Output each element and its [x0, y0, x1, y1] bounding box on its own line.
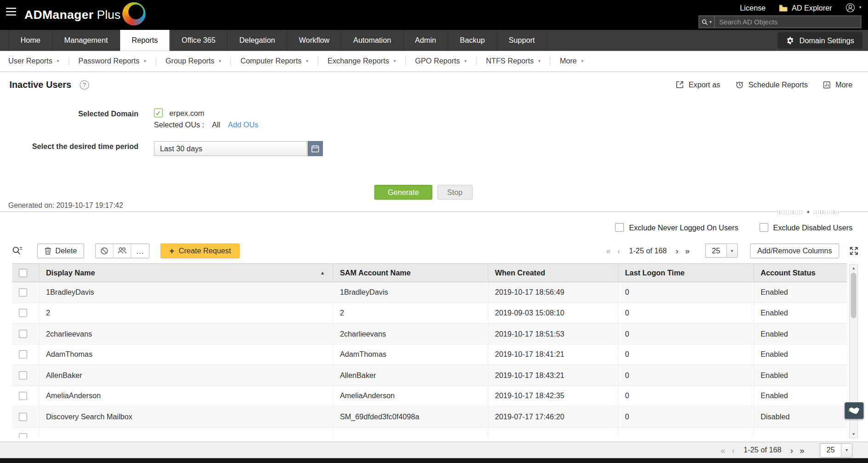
subnav-more[interactable]: More▾	[560, 57, 583, 65]
copy-users-button[interactable]	[114, 244, 132, 257]
subnav-computer-reports[interactable]: Computer Reports▾	[241, 57, 308, 65]
expand-table-button[interactable]	[849, 246, 858, 255]
column-header-when-created[interactable]: When Created	[488, 264, 618, 282]
subnav-user-reports[interactable]: User Reports▾	[8, 57, 59, 65]
tab-reports[interactable]: Reports	[120, 30, 170, 51]
chevron-down-icon: ▾	[859, 6, 862, 10]
stop-button[interactable]: Stop	[437, 185, 472, 200]
footer-last-page-button[interactable]: »	[796, 446, 807, 454]
footer-first-page-button[interactable]: «	[718, 446, 729, 454]
exclude-disabled-filter[interactable]: Exclude Disabled Users	[759, 223, 853, 232]
reports-subnav: User Reports▾ Password Reports▾ Group Re…	[0, 51, 868, 72]
domain-settings-button[interactable]: Domain Settings	[778, 32, 862, 49]
first-page-button[interactable]: «	[603, 246, 614, 255]
exclude-disabled-checkbox[interactable]	[759, 223, 768, 232]
delete-button[interactable]: Delete	[37, 243, 84, 258]
tab-delegation[interactable]: Delegation	[228, 30, 287, 51]
select-all-checkbox[interactable]	[19, 269, 27, 277]
chevron-down-icon: ▾	[726, 244, 737, 257]
create-request-button[interactable]: + Create Request	[161, 243, 240, 258]
footer-next-page-button[interactable]: ›	[787, 446, 796, 454]
cell-when-created: 2019-07-17 17:46:20	[488, 407, 618, 427]
cell-sam-account-name: 2charlieevans	[333, 324, 488, 344]
logo-swirl-icon	[122, 2, 146, 26]
cell-sam-account-name: AllenBaker	[333, 365, 488, 385]
row-checkbox[interactable]	[19, 371, 27, 379]
search-input[interactable]	[714, 16, 861, 29]
add-ous-link[interactable]: Add OUs	[228, 120, 259, 129]
row-checkbox[interactable]	[19, 392, 27, 400]
calendar-button[interactable]	[308, 141, 322, 156]
prev-page-button[interactable]: ‹	[614, 246, 623, 255]
collapse-panel-handle[interactable]: ▲	[777, 209, 839, 215]
chevron-down-icon: ▾	[841, 444, 852, 457]
tab-office-365[interactable]: Office 365	[170, 30, 228, 51]
exclude-never-logged-on-checkbox[interactable]	[615, 223, 624, 232]
cell-display-name: 2	[39, 303, 333, 323]
page-size-select[interactable]: 25 ▾	[705, 244, 738, 258]
row-checkbox[interactable]	[19, 309, 27, 317]
row-checkbox[interactable]	[19, 434, 27, 439]
cell-sam-account-name: SM_69dfded3fc0f4098a	[333, 407, 488, 427]
row-select-cell	[12, 365, 39, 385]
column-header-account-status[interactable]: Account Status	[753, 264, 847, 282]
scroll-down-icon[interactable]: ▼	[852, 430, 856, 438]
subnav-group-reports[interactable]: Group Reports▾	[166, 57, 221, 65]
column-header-display-name[interactable]: Display Name ▲	[39, 264, 333, 282]
cell-sam-account-name: 2	[333, 303, 488, 323]
time-period-select[interactable]: Last 30 days	[154, 141, 307, 156]
scroll-thumb[interactable]	[851, 273, 857, 318]
results-toolbar: Delete … + Create Request « ‹ 1-25 of 16…	[0, 243, 868, 258]
cell-account-status	[753, 428, 847, 438]
subnav-gpo-reports[interactable]: GPO Reports▾	[415, 57, 466, 65]
subnav-exchange-reports[interactable]: Exchange Reports▾	[328, 57, 396, 65]
ellipsis-icon: …	[136, 246, 144, 255]
row-checkbox[interactable]	[19, 350, 27, 359]
exclude-never-logged-on-filter[interactable]: Exclude Never Logged On Users	[615, 223, 738, 232]
hamburger-menu-icon[interactable]	[6, 11, 16, 12]
tab-support[interactable]: Support	[497, 30, 547, 51]
tab-automation[interactable]: Automation	[342, 30, 403, 51]
column-header-sam-account-name[interactable]: SAM Account Name	[333, 264, 488, 282]
tab-backup[interactable]: Backup	[448, 30, 497, 51]
domain-checkbox[interactable]: ✓	[154, 109, 163, 117]
next-page-button[interactable]: ›	[673, 246, 682, 255]
select-all-cell	[12, 264, 39, 282]
help-icon[interactable]: ?	[80, 80, 89, 89]
search-scope-button[interactable]: ▾	[699, 16, 714, 29]
cell-account-status: Enabled	[753, 324, 847, 344]
tab-management[interactable]: Management	[52, 30, 120, 51]
scroll-up-icon[interactable]: ▲	[852, 264, 856, 272]
tab-admin[interactable]: Admin	[403, 30, 448, 51]
table-body: 1BradleyDavis 1BradleyDavis 2019-10-17 1…	[12, 282, 847, 438]
more-actions-button[interactable]: More	[823, 80, 853, 89]
footer-prev-page-button[interactable]: ‹	[729, 446, 738, 454]
subnav-password-reports[interactable]: Password Reports▾	[78, 57, 146, 65]
tab-workflow[interactable]: Workflow	[287, 30, 342, 51]
export-as-button[interactable]: Export as	[675, 80, 720, 89]
subnav-ntfs-reports[interactable]: NTFS Reports▾	[486, 57, 540, 65]
last-page-button[interactable]: »	[682, 246, 693, 255]
add-remove-columns-button[interactable]: Add/Remove Columns	[750, 243, 839, 258]
row-checkbox[interactable]	[19, 330, 27, 338]
selected-domain-row: Selected Domain ✓ erpex.com Selected OUs…	[0, 109, 868, 129]
schedule-clock-icon	[735, 80, 744, 89]
support-chat-button[interactable]	[845, 402, 863, 419]
chevron-down-icon: ▾	[144, 59, 146, 64]
user-account-button[interactable]: ▾	[845, 3, 862, 13]
row-checkbox[interactable]	[19, 412, 27, 421]
tab-home[interactable]: Home	[8, 30, 52, 51]
ad-explorer-link[interactable]: AD Explorer	[779, 4, 832, 12]
more-bulk-actions-button[interactable]: …	[131, 244, 149, 257]
column-header-last-logon-time[interactable]: Last Logon Time	[618, 264, 753, 282]
row-checkbox[interactable]	[19, 288, 27, 297]
footer-page-size-select[interactable]: 25 ▾	[820, 443, 852, 457]
search-results-icon[interactable]	[11, 246, 23, 256]
license-link[interactable]: License	[740, 4, 766, 12]
generate-button[interactable]: Generate	[374, 185, 432, 200]
hatch-decoration	[777, 210, 803, 214]
footer-pagination: « ‹ 1-25 of 168 › » 25 ▾	[0, 441, 868, 458]
cell-account-status: Enabled	[753, 344, 847, 365]
schedule-reports-button[interactable]: Schedule Reports	[735, 80, 808, 89]
disable-users-button[interactable]	[96, 244, 114, 257]
